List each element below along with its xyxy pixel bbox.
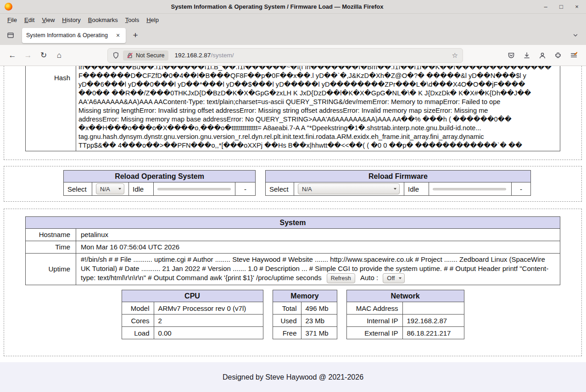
home-button[interactable]: ⌂: [51, 48, 67, 63]
os-version-select[interactable]: N/A: [96, 183, 124, 194]
url-bar[interactable]: Not Secure 192.168.2.87/system/ ☆: [107, 48, 463, 63]
time-value: Mon Mar 16 07:56:04 UTC 2026: [76, 241, 560, 254]
hash-line: AA'A6AAAAAA&AA)AAA AAContent-Type: text/…: [78, 98, 558, 106]
hash-label: Hash: [26, 66, 76, 151]
window-close-button[interactable]: ×: [573, 3, 580, 10]
menu-file[interactable]: File: [4, 15, 21, 25]
reload-fw-title: Reload Firmware: [266, 171, 531, 182]
memory-free-label: Free: [273, 327, 301, 339]
table-row: Free 371 Mb: [273, 327, 337, 339]
bookmark-star-icon[interactable]: ☆: [452, 51, 458, 60]
extensions-puzzle-icon: [554, 52, 562, 59]
fw-version-value: N/A: [302, 186, 312, 193]
menu-view[interactable]: View: [38, 15, 58, 25]
tab-system-information[interactable]: System Information & Operating ×: [22, 28, 126, 43]
menu-edit[interactable]: Edit: [21, 15, 38, 25]
firefox-view-button[interactable]: [4, 28, 17, 42]
window-titlebar: System Information & Operating System / …: [0, 0, 586, 14]
network-external-ip-value: 86.18.221.217: [402, 327, 464, 339]
auto-label: Auto :: [360, 274, 378, 282]
menu-help[interactable]: Help: [143, 15, 162, 25]
table-row: Used 23 Mb: [273, 315, 337, 327]
auto-refresh-value: Off: [387, 274, 395, 283]
network-internal-ip-label: Internal IP: [346, 315, 402, 327]
tab-bar: System Information & Operating × +: [0, 26, 586, 45]
select-chevron-icon: [399, 277, 402, 279]
forward-button[interactable]: →: [20, 48, 36, 63]
select-chevron-icon: [118, 188, 121, 190]
list-all-tabs-button[interactable]: [569, 28, 582, 42]
menu-tools[interactable]: Tools: [122, 15, 143, 25]
network-table-title: Network: [346, 290, 464, 302]
system-table-title: System: [26, 217, 560, 229]
hamburger-menu-icon: [570, 51, 578, 59]
table-row: Time Mon Mar 16 07:56:04 UTC 2026: [26, 241, 560, 254]
window-maximize-button[interactable]: □: [558, 3, 565, 10]
window-minimize-button[interactable]: –: [542, 3, 549, 10]
table-row: Load 0.00: [122, 327, 263, 339]
cpu-load-value: 0.00: [154, 327, 263, 339]
chevron-down-icon: [572, 32, 579, 39]
pocket-icon: [508, 52, 515, 59]
table-row: Cores 2: [122, 315, 263, 327]
hash-line: tag.gnu.hash.dynsym.dynstr.gnu.version.g…: [78, 133, 558, 141]
firefox-logo-icon: [5, 3, 12, 11]
network-mac-label: MAC Address: [346, 302, 402, 315]
reload-os-status: Idle: [129, 182, 154, 196]
page-footer: Designed by Steve Haywood @ 2021-2026: [0, 362, 586, 392]
back-button[interactable]: ←: [5, 48, 20, 63]
hash-line: TTpp$&�� 4���o��>��PFN���o,,*[���oXXPj �…: [78, 141, 558, 150]
table-row: Model ARMv7 Processor rev 0 (v7l): [122, 302, 263, 315]
footer-text: Designed by Steve Haywood @ 2021-2026: [223, 373, 363, 381]
downloads-button[interactable]: [519, 48, 535, 63]
cpu-model-value: ARMv7 Processor rev 0 (v7l): [154, 302, 263, 315]
hash-value: fh�������Bu��.f1f������f1f.B_��.f1f�����…: [76, 66, 560, 151]
refresh-button[interactable]: Refresh: [327, 273, 355, 283]
extensions-button[interactable]: [550, 48, 566, 63]
fw-version-select[interactable]: N/A: [298, 183, 400, 194]
fw-progress-bar: [433, 188, 506, 190]
menu-bookmarks[interactable]: Bookmarks: [84, 15, 122, 25]
reload-fw-select-label: Select: [266, 182, 294, 196]
network-internal-ip-value: 192.168.2.87: [402, 315, 464, 327]
account-button[interactable]: [535, 48, 550, 63]
table-row: Hostname petalinux: [26, 229, 560, 241]
network-table: Network MAC Address Internal IP 192.168.…: [346, 290, 464, 339]
security-chip[interactable]: Not Secure: [123, 50, 168, 61]
app-menu-button[interactable]: [566, 48, 581, 63]
memory-used-value: 23 Mb: [301, 315, 337, 327]
stats-tables-row: CPU Model ARMv7 Processor rev 0 (v7l) Co…: [25, 290, 560, 339]
cpu-cores-label: Cores: [122, 315, 154, 327]
new-tab-button[interactable]: +: [128, 28, 142, 42]
memory-used-label: Used: [273, 315, 301, 327]
reload-os-select-label: Select: [64, 182, 92, 196]
reload-os-percent: -: [235, 182, 256, 196]
menu-bar: File Edit View History Bookmarks Tools H…: [0, 14, 586, 26]
table-row: MAC Address: [346, 302, 464, 315]
os-version-value: N/A: [100, 186, 110, 193]
menu-history[interactable]: History: [58, 15, 84, 25]
hash-line: Missing string lengthError: Invalid stri…: [78, 106, 558, 115]
page-content: Hash fh�������Bu��.f1f������f1f.B_��.f1f…: [0, 66, 586, 392]
time-label: Time: [26, 241, 76, 254]
url-path: /system/: [211, 52, 234, 59]
hash-table: Hash fh�������Bu��.f1f������f1f.B_��.f1f…: [25, 66, 560, 151]
navigation-toolbar: ← → ↻ ⌂ Not Secure 192.168.2.87/system/ …: [0, 45, 586, 66]
auto-refresh-select[interactable]: Off: [383, 273, 405, 283]
download-icon: [523, 52, 530, 59]
select-chevron-icon: [394, 188, 396, 190]
firefox-view-icon: [7, 32, 14, 39]
table-row: External IP 86.18.221.217: [346, 327, 464, 339]
url-host: 192.168.2.87: [175, 52, 211, 59]
hash-line: yD��6���l yD��0���l yD��*���l yD��$���l …: [78, 80, 558, 89]
tab-close-icon[interactable]: ×: [114, 32, 122, 39]
system-section: System Hostname petalinux Time Mon Mar 1…: [4, 209, 582, 356]
pocket-button[interactable]: [503, 48, 519, 63]
security-chip-label: Not Secure: [136, 52, 165, 59]
reload-button[interactable]: ↻: [36, 48, 51, 63]
account-icon: [539, 52, 546, 59]
uptime-label: Uptime: [26, 254, 76, 285]
network-mac-value: [402, 302, 464, 315]
reload-os-title: Reload Operating System: [64, 171, 256, 182]
hash-row: Hash fh�������Bu��.f1f������f1f.B_��.f1f…: [26, 66, 560, 151]
